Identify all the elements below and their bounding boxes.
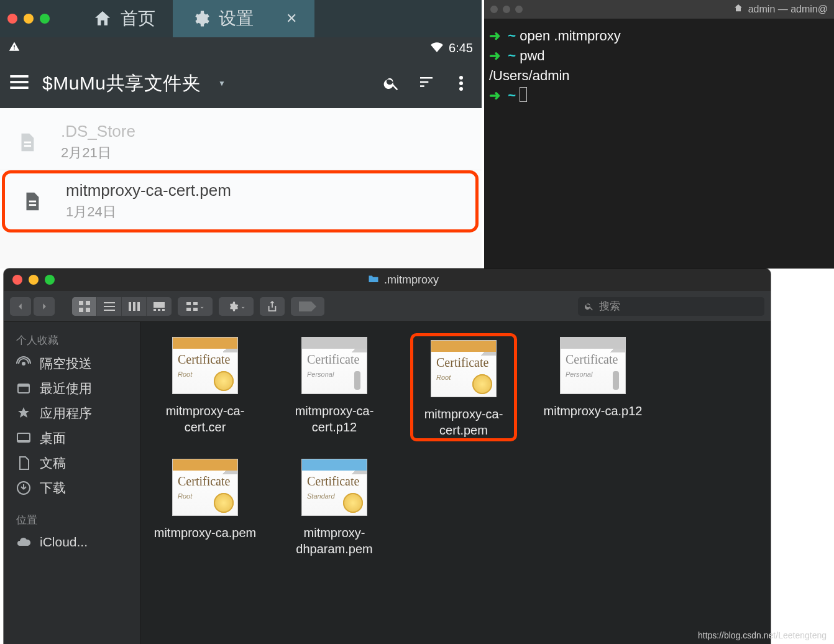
minimize-dot[interactable] <box>24 14 34 24</box>
svg-rect-25 <box>158 309 160 311</box>
svg-rect-12 <box>29 204 36 206</box>
svg-point-6 <box>459 76 463 80</box>
certificate-icon: CertificateStandard <box>301 459 367 516</box>
action-menu-button[interactable]: ⌄ <box>219 297 254 316</box>
sidebar-item-recents[interactable]: 最近使用 <box>4 376 140 401</box>
zoom-dot[interactable] <box>45 275 55 285</box>
finder-content: CertificateRootmitmproxy-ca-cert.cerCert… <box>140 322 771 644</box>
svg-rect-2 <box>10 86 28 89</box>
sort-icon[interactable] <box>416 73 437 94</box>
svg-rect-13 <box>79 301 83 305</box>
search-icon[interactable] <box>381 73 402 94</box>
file-icon <box>19 188 45 214</box>
certificate-icon: CertificatePersonal <box>301 337 367 394</box>
prompt-tilde: ~ <box>508 28 516 44</box>
finder-file-item[interactable]: CertificateStandardmitmproxy-dhparam.pem <box>281 459 388 557</box>
svg-rect-22 <box>137 302 140 311</box>
tab-settings-label: 设置 <box>219 7 254 30</box>
view-mode-group <box>72 297 172 316</box>
sidebar-label: iCloud... <box>40 535 88 550</box>
prompt-tilde: ~ <box>508 88 516 103</box>
file-name: mitmproxy-ca-cert.pem <box>66 181 231 200</box>
group-by-button[interactable]: ⌄ <box>178 297 213 316</box>
wifi-icon <box>430 41 444 55</box>
sidebar-label: 最近使用 <box>40 380 92 397</box>
finder-file-item[interactable]: CertificatePersonalmitmproxy-ca.p12 <box>539 337 646 441</box>
certificate-icon: CertificateRoot <box>431 340 497 397</box>
svg-rect-29 <box>186 308 191 311</box>
finder-file-label: mitmproxy-dhparam.pem <box>281 525 388 557</box>
svg-rect-1 <box>10 81 28 83</box>
prompt-tilde: ~ <box>508 48 516 63</box>
hamburger-icon[interactable] <box>10 75 29 91</box>
view-gallery-button[interactable] <box>147 297 172 316</box>
terminal-body[interactable]: ➜ ~ open .mitmproxy ➜ ~ pwd /Users/admin… <box>484 19 834 113</box>
svg-rect-26 <box>162 309 165 311</box>
sidebar-item-desktop[interactable]: 桌面 <box>4 426 140 451</box>
finder-file-label: mitmproxy-ca.p12 <box>544 403 643 419</box>
forward-button[interactable] <box>34 297 55 316</box>
svg-rect-21 <box>133 302 135 311</box>
minimize-dot[interactable] <box>503 6 510 13</box>
finder-file-label: mitmproxy-ca-cert.p12 <box>281 403 388 435</box>
finder-file-item[interactable]: CertificateRootmitmproxy-ca-cert.cer <box>152 337 259 441</box>
sidebar-item-documents[interactable]: 文稿 <box>4 451 140 476</box>
zoom-dot[interactable] <box>515 6 523 13</box>
certificate-icon: CertificatePersonal <box>560 337 626 394</box>
finder-file-label: mitmproxy-ca-cert.cer <box>152 403 259 435</box>
svg-rect-16 <box>86 308 90 312</box>
tab-close-icon[interactable]: ✕ <box>286 11 297 27</box>
minimize-dot[interactable] <box>29 275 39 285</box>
zoom-dot[interactable] <box>40 14 50 24</box>
view-icons-button[interactable] <box>72 297 97 316</box>
sidebar-label: 桌面 <box>40 430 66 447</box>
view-list-button[interactable] <box>97 297 122 316</box>
file-name: .DS_Store <box>61 122 135 141</box>
sidebar-group-favorites: 个人收藏 <box>4 331 140 351</box>
svg-rect-14 <box>86 301 90 305</box>
sidebar-item-applications[interactable]: 应用程序 <box>4 401 140 426</box>
android-status-bar: 6:45 <box>0 37 482 58</box>
svg-rect-19 <box>104 310 115 311</box>
close-dot[interactable] <box>12 275 22 285</box>
sidebar-group-locations: 位置 <box>4 510 140 531</box>
file-item[interactable]: .DS_Store 2月21日 <box>0 114 482 170</box>
tags-button[interactable] <box>291 297 324 316</box>
sidebar-label: 下载 <box>40 479 66 497</box>
more-icon[interactable] <box>451 73 472 94</box>
tab-home[interactable]: 首页 <box>75 0 173 37</box>
finder-file-item[interactable]: CertificateRootmitmproxy-ca-cert.pem <box>410 333 517 441</box>
tab-home-label: 首页 <box>121 7 155 30</box>
svg-rect-4 <box>420 81 428 83</box>
terminal-command: open .mitmproxy <box>520 28 621 44</box>
gear-icon <box>190 8 211 29</box>
prompt-arrow: ➜ <box>489 88 500 103</box>
search-input[interactable]: 搜索 <box>578 297 764 316</box>
prompt-arrow: ➜ <box>489 48 500 63</box>
svg-rect-10 <box>24 145 31 147</box>
svg-rect-15 <box>79 308 83 312</box>
svg-rect-11 <box>29 200 36 202</box>
certificate-icon: CertificateRoot <box>172 459 238 516</box>
svg-rect-27 <box>186 302 191 305</box>
svg-point-8 <box>459 87 463 91</box>
svg-point-31 <box>22 362 25 366</box>
view-columns-button[interactable] <box>122 297 147 316</box>
close-dot[interactable] <box>490 6 498 13</box>
finder-window: .mitmproxy ⌄ ⌄ 搜索 个人收藏 隔空投送 <box>4 269 771 644</box>
svg-rect-35 <box>17 440 30 442</box>
dropdown-caret-icon[interactable]: ▼ <box>218 79 226 88</box>
file-icon <box>14 129 40 155</box>
finder-file-item[interactable]: CertificatePersonalmitmproxy-ca-cert.p12 <box>281 337 388 441</box>
svg-rect-3 <box>420 77 433 79</box>
tab-settings[interactable]: 设置 ✕ <box>173 0 314 37</box>
share-button[interactable] <box>260 297 285 316</box>
back-button[interactable] <box>10 297 31 316</box>
sidebar-item-icloud[interactable]: iCloud... <box>4 531 140 553</box>
sidebar-item-airdrop[interactable]: 隔空投送 <box>4 351 140 376</box>
file-item[interactable]: mitmproxy-ca-cert.pem 1月24日 <box>5 173 475 229</box>
finder-file-item[interactable]: CertificateRootmitmproxy-ca.pem <box>152 459 259 557</box>
sidebar-item-downloads[interactable]: 下载 <box>4 476 140 500</box>
close-dot[interactable] <box>7 14 17 24</box>
finder-sidebar: 个人收藏 隔空投送 最近使用 应用程序 桌面 文稿 下载 位置 iCloud..… <box>4 322 140 644</box>
